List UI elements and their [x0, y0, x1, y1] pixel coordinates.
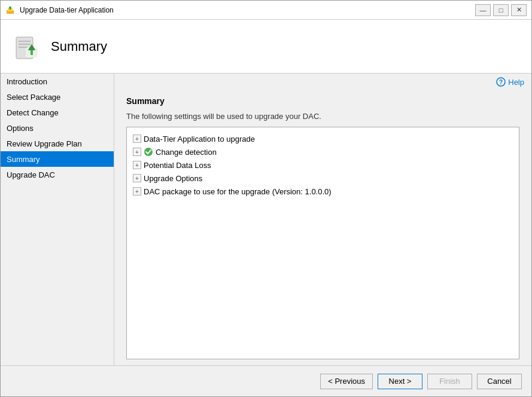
svg-rect-3 [10, 7, 11, 10]
title-bar-text: Upgrade Data-tier Application [20, 6, 470, 14]
tree-item-label: Change detection [156, 148, 217, 157]
svg-rect-5 [19, 41, 31, 42]
sidebar-item-upgrade-dac[interactable]: Upgrade DAC [1, 167, 114, 182]
maximize-button[interactable]: □ [493, 4, 509, 16]
tree-item: + Upgrade Options [132, 172, 514, 185]
content-area: ? Help Summary The following settings wi… [114, 74, 531, 365]
tree-item: + Change detection [132, 145, 514, 158]
tree-item-label: Potential Data Loss [144, 161, 211, 170]
content-body: Summary The following settings will be u… [114, 90, 531, 365]
description-text: The following settings will be used to u… [126, 112, 519, 121]
header: Summary [1, 20, 531, 74]
title-bar-controls: — □ ✕ [475, 4, 527, 16]
tree-box: + Data-Tier Application to upgrade + Cha… [126, 127, 519, 359]
main-area: Introduction Select Package Detect Chang… [1, 74, 531, 365]
header-title: Summary [51, 39, 107, 54]
sidebar-item-review-upgrade-plan[interactable]: Review Upgrade Plan [1, 136, 114, 151]
sidebar: Introduction Select Package Detect Chang… [1, 74, 114, 365]
expand-btn-4[interactable]: + [133, 174, 141, 182]
sidebar-item-introduction[interactable]: Introduction [1, 74, 114, 89]
tree-item: + DAC package to use for the upgrade (Ve… [132, 185, 514, 198]
minimize-button[interactable]: — [475, 4, 491, 16]
check-success-icon [144, 147, 153, 157]
finish-button[interactable]: Finish [427, 374, 472, 389]
svg-rect-7 [19, 47, 27, 48]
tree-item-label: Upgrade Options [144, 174, 202, 183]
title-bar: Upgrade Data-tier Application — □ ✕ [1, 1, 531, 20]
cancel-button[interactable]: Cancel [477, 374, 522, 389]
section-title: Summary [126, 96, 519, 106]
expand-btn-5[interactable]: + [133, 187, 141, 196]
help-link[interactable]: ? Help [496, 77, 524, 87]
sidebar-item-select-package[interactable]: Select Package [1, 89, 114, 105]
window: Upgrade Data-tier Application — □ ✕ Summ… [0, 0, 532, 397]
next-button[interactable]: Next > [378, 374, 422, 389]
tree-item: + Potential Data Loss [132, 158, 514, 172]
close-button[interactable]: ✕ [511, 4, 527, 16]
svg-rect-6 [19, 44, 31, 45]
sidebar-item-summary[interactable]: Summary [1, 151, 114, 167]
previous-button[interactable]: < Previous [320, 374, 373, 389]
expand-btn-1[interactable]: + [133, 135, 141, 143]
tree-item-label: DAC package to use for the upgrade (Vers… [144, 187, 332, 196]
title-bar-icon [5, 5, 15, 15]
footer: < Previous Next > Finish Cancel [1, 365, 531, 396]
tree-item: + Data-Tier Application to upgrade [132, 132, 514, 145]
help-icon: ? [496, 77, 506, 87]
tree-item-label: Data-Tier Application to upgrade [144, 135, 255, 143]
sidebar-item-options[interactable]: Options [1, 120, 114, 136]
svg-text:?: ? [499, 79, 503, 85]
upload-icon [13, 32, 41, 61]
expand-btn-2[interactable]: + [133, 148, 141, 156]
expand-btn-3[interactable]: + [133, 161, 141, 169]
sidebar-item-detect-change[interactable]: Detect Change [1, 105, 114, 120]
content-header: ? Help [114, 74, 531, 90]
